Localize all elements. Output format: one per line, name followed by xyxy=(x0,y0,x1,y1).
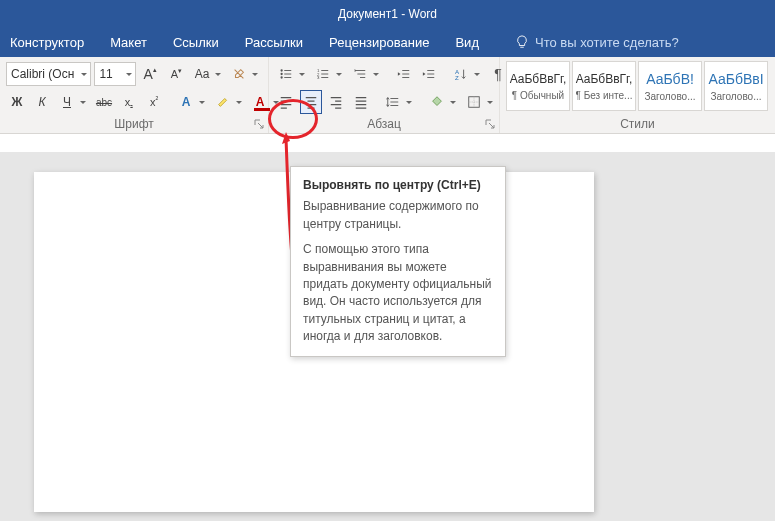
tooltip: Выровнять по центру (Ctrl+E) Выравнивани… xyxy=(290,166,506,357)
change-case-button[interactable]: Aa xyxy=(191,62,225,86)
title-bar: Документ1 - Word xyxy=(0,0,775,27)
tell-me-text: Что вы хотите сделать? xyxy=(535,35,679,50)
sort-button[interactable]: AZ xyxy=(450,62,484,86)
text-effects-button[interactable]: A xyxy=(175,90,209,114)
tab-mailings[interactable]: Рассылки xyxy=(245,33,303,52)
tooltip-text1: Выравнивание содержимого по центру стран… xyxy=(303,198,493,233)
svg-point-1 xyxy=(280,73,282,75)
ribbon-tabs: Конструктор Макет Ссылки Рассылки Реценз… xyxy=(0,27,775,57)
italic-button[interactable]: К xyxy=(31,90,53,114)
bold-button[interactable]: Ж xyxy=(6,90,28,114)
tooltip-title: Выровнять по центру (Ctrl+E) xyxy=(303,177,493,194)
subscript-button[interactable]: x₂ xyxy=(118,90,140,114)
svg-point-2 xyxy=(280,76,282,78)
grow-font-button[interactable]: A▴ xyxy=(139,62,162,86)
tell-me[interactable]: Что вы хотите сделать? xyxy=(515,35,679,50)
group-paragraph: 123 1 AZ ¶ Абзац xyxy=(269,57,500,133)
svg-text:Z: Z xyxy=(455,74,459,81)
bulb-icon xyxy=(515,35,529,49)
group-styles: АаБбВвГг, ¶ Обычный АаБбВвГг, ¶ Без инте… xyxy=(500,57,775,133)
group-label-styles: Стили xyxy=(500,117,775,131)
style-no-spacing[interactable]: АаБбВвГг, ¶ Без инте... xyxy=(572,61,636,111)
styles-gallery[interactable]: АаБбВвГг, ¶ Обычный АаБбВвГг, ¶ Без инте… xyxy=(506,61,775,111)
svg-point-0 xyxy=(280,69,282,71)
align-right-button[interactable] xyxy=(325,90,347,114)
decrease-indent-button[interactable] xyxy=(393,62,415,86)
svg-text:3: 3 xyxy=(317,75,320,80)
svg-text:1: 1 xyxy=(354,69,356,73)
shrink-font-button[interactable]: A▾ xyxy=(165,62,188,86)
style-heading1[interactable]: АаБбВ! Заголово... xyxy=(638,61,702,111)
window-title: Документ1 - Word xyxy=(338,7,437,21)
paragraph-dialog-launcher[interactable] xyxy=(485,119,495,129)
align-left-button[interactable] xyxy=(275,90,297,114)
font-dialog-launcher[interactable] xyxy=(254,119,264,129)
line-spacing-button[interactable] xyxy=(382,90,416,114)
tab-designer[interactable]: Конструктор xyxy=(10,33,84,52)
tab-view[interactable]: Вид xyxy=(455,33,479,52)
borders-button[interactable] xyxy=(463,90,497,114)
font-name-combo[interactable]: Calibri (Осн xyxy=(6,62,91,86)
clear-formatting-button[interactable] xyxy=(228,62,262,86)
style-normal[interactable]: АаБбВвГг, ¶ Обычный xyxy=(506,61,570,111)
highlight-button[interactable] xyxy=(212,90,246,114)
group-label-paragraph: Абзац xyxy=(269,117,499,131)
font-size-combo[interactable]: 11 xyxy=(94,62,135,86)
ribbon: Calibri (Осн 11 A▴ A▾ Aa Ж К Ч abc x₂ x²… xyxy=(0,57,775,134)
superscript-button[interactable]: x² xyxy=(143,90,165,114)
shading-button[interactable] xyxy=(426,90,460,114)
underline-button[interactable]: Ч xyxy=(56,90,90,114)
bullets-button[interactable] xyxy=(275,62,309,86)
align-center-button[interactable] xyxy=(300,90,322,114)
tab-layout[interactable]: Макет xyxy=(110,33,147,52)
style-heading2[interactable]: АаБбВвІ Заголово... xyxy=(704,61,768,111)
numbering-button[interactable]: 123 xyxy=(312,62,346,86)
group-label-font: Шрифт xyxy=(0,117,268,131)
justify-button[interactable] xyxy=(350,90,372,114)
multilevel-button[interactable]: 1 xyxy=(349,62,383,86)
tab-references[interactable]: Ссылки xyxy=(173,33,219,52)
strike-button[interactable]: abc xyxy=(93,90,115,114)
group-font: Calibri (Осн 11 A▴ A▾ Aa Ж К Ч abc x₂ x²… xyxy=(0,57,269,133)
tab-review[interactable]: Рецензирование xyxy=(329,33,429,52)
tooltip-text2: С помощью этого типа выравнивания вы мож… xyxy=(303,241,493,345)
increase-indent-button[interactable] xyxy=(418,62,440,86)
